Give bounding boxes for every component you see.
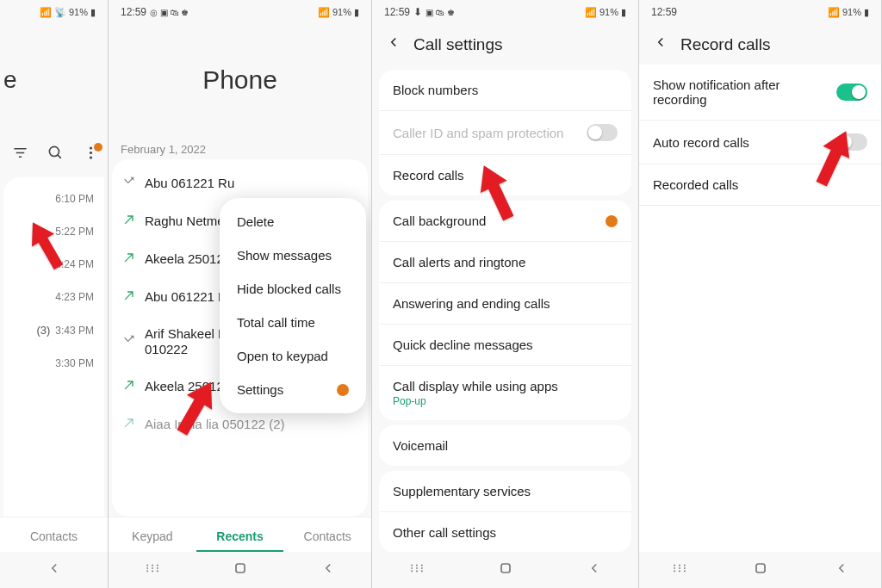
call-row[interactable]: (3)3:43 PM <box>3 313 104 347</box>
tab-keypad[interactable]: Keypad <box>109 517 196 552</box>
contact-name: Abu 061221 Ru <box>145 176 357 191</box>
search-icon[interactable] <box>47 145 64 162</box>
call-row[interactable]: 3:30 PM <box>3 347 104 380</box>
status-icons: ◎ ▣ 🛍 ♚ <box>150 8 189 17</box>
back-icon[interactable] <box>653 34 668 54</box>
clock-text: 12:59 <box>121 6 146 18</box>
outgoing-call-icon <box>122 416 138 433</box>
call-row[interactable]: Abu 061221 Ru <box>112 164 368 202</box>
notification-badge <box>94 143 102 152</box>
home-nav-icon[interactable] <box>497 560 514 580</box>
home-nav-icon[interactable] <box>752 560 769 580</box>
battery-icon: ▮ <box>354 7 359 18</box>
setting-caller-id[interactable]: Caller ID and spam protection <box>379 111 631 155</box>
android-nav <box>639 552 881 588</box>
android-nav <box>372 552 638 588</box>
call-row[interactable]: 4:23 PM <box>3 281 104 313</box>
menu-total-call-time[interactable]: Total call time <box>220 306 366 339</box>
menu-settings[interactable]: Settings <box>220 373 366 406</box>
tab-recents[interactable]: Recents <box>196 517 284 552</box>
status-bar: 12:59 📶 91% ▮ <box>639 0 881 24</box>
setting-other[interactable]: Other call settings <box>379 512 631 552</box>
page-title: Call settings <box>413 35 503 54</box>
svg-point-2 <box>90 152 92 154</box>
battery-icon: ▮ <box>864 7 869 18</box>
status-bar: 12:59 ◎ ▣ 🛍 ♚ 📶 91% ▮ <box>109 0 371 24</box>
setting-call-display[interactable]: Call display while using apps Pop-up <box>379 366 631 420</box>
setting-call-background[interactable]: Call background <box>379 201 631 242</box>
svg-rect-5 <box>501 564 510 573</box>
app-header: Record calls <box>639 24 881 65</box>
page-title: Phone <box>109 24 371 136</box>
status-icons: ▣ 🛍 ♚ <box>425 8 455 17</box>
page-title-fragment: e <box>0 24 108 136</box>
date-header: February 1, 2022 <box>109 136 371 159</box>
filter-icon[interactable] <box>12 145 28 162</box>
battery-text: 91% <box>599 7 618 17</box>
svg-rect-4 <box>236 564 245 573</box>
recents-nav-icon[interactable] <box>144 560 161 580</box>
battery-icon: ▮ <box>621 7 626 18</box>
outgoing-call-icon <box>122 288 138 306</box>
setting-voicemail[interactable]: Voicemail <box>379 425 631 466</box>
outgoing-call-icon <box>122 213 138 230</box>
signal-icon: 📡 <box>54 7 66 18</box>
outgoing-call-icon <box>122 378 138 395</box>
android-nav <box>109 552 371 588</box>
outgoing-call-icon <box>122 251 138 268</box>
row-show-notification[interactable]: Show notification after recording <box>639 65 881 121</box>
status-bar: 📶 📡 91% ▮ <box>0 0 108 24</box>
row-recorded-calls[interactable]: Recorded calls <box>639 164 881 206</box>
row-auto-record[interactable]: Auto record calls <box>639 121 881 164</box>
toggle-off[interactable] <box>836 133 867 151</box>
status-bar: 12:59 ⬇ ▣ 🛍 ♚ 📶 91% ▮ <box>372 0 638 24</box>
setting-supplementary[interactable]: Supplementary services <box>379 471 631 512</box>
setting-answering[interactable]: Answering and ending calls <box>379 283 631 325</box>
android-nav <box>0 552 108 588</box>
clock-text: 12:59 <box>651 6 677 18</box>
call-row[interactable]: 4:24 PM <box>3 248 104 281</box>
back-nav-icon[interactable] <box>47 560 62 579</box>
recents-nav-icon[interactable] <box>408 560 425 580</box>
recents-nav-icon[interactable] <box>671 560 688 580</box>
missed-call-icon <box>122 175 138 192</box>
battery-icon: ▮ <box>90 7 96 18</box>
signal-icon: 📶 <box>828 7 840 18</box>
contact-name: Aiaa India lia 050122 (2) <box>145 417 357 432</box>
page-title: Record calls <box>680 35 771 54</box>
svg-point-3 <box>90 156 92 158</box>
home-nav-icon[interactable] <box>232 560 249 580</box>
menu-open-keypad[interactable]: Open to keypad <box>220 339 366 373</box>
call-row[interactable]: 5:22 PM <box>3 215 104 248</box>
toggle-on[interactable] <box>836 84 867 101</box>
menu-delete[interactable]: Delete <box>220 205 366 238</box>
signal-icon: 📶 <box>585 7 597 18</box>
overflow-menu: Delete Show messages Hide blocked calls … <box>220 198 366 413</box>
setting-record-calls[interactable]: Record calls <box>379 155 631 195</box>
menu-hide-blocked[interactable]: Hide blocked calls <box>220 272 366 306</box>
svg-point-1 <box>90 146 92 149</box>
call-row[interactable]: 6:10 PM <box>3 183 104 215</box>
back-nav-icon[interactable] <box>320 560 336 579</box>
clock-text: 12:59 <box>384 6 410 18</box>
back-nav-icon[interactable] <box>834 560 849 579</box>
menu-show-messages[interactable]: Show messages <box>220 238 366 272</box>
battery-text: 91% <box>842 7 861 17</box>
bottom-tabs: Keypad Recents Contacts <box>109 517 371 552</box>
wifi-icon: 📶 <box>40 7 52 18</box>
setting-block-numbers[interactable]: Block numbers <box>379 70 631 111</box>
tab-contacts[interactable]: Contacts <box>283 517 371 552</box>
setting-call-alerts[interactable]: Call alerts and ringtone <box>379 242 631 283</box>
toggle-off[interactable] <box>587 124 618 141</box>
battery-text: 91% <box>69 7 88 17</box>
battery-text: 91% <box>332 7 351 17</box>
svg-rect-6 <box>756 564 765 573</box>
setting-quick-decline[interactable]: Quick decline messages <box>379 325 631 366</box>
more-icon[interactable] <box>83 145 99 162</box>
tab-contacts[interactable]: Contacts <box>0 517 108 552</box>
download-icon: ⬇ <box>413 6 422 18</box>
back-icon[interactable] <box>386 34 401 54</box>
svg-point-0 <box>49 146 59 156</box>
missed-call-icon <box>122 333 138 350</box>
back-nav-icon[interactable] <box>587 560 602 579</box>
